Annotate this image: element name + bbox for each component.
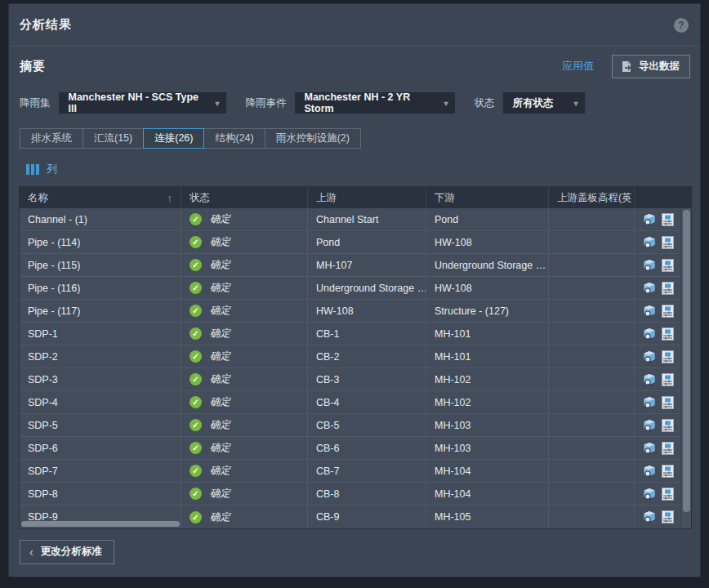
- properties-icon[interactable]: [662, 465, 674, 478]
- status-label: 确定: [210, 212, 230, 226]
- properties-icon[interactable]: [662, 259, 674, 272]
- properties-icon[interactable]: [662, 442, 674, 455]
- zoom-to-object-icon[interactable]: [643, 465, 657, 478]
- footer: ‹ 更改分析标准: [9, 529, 700, 564]
- help-icon[interactable]: ?: [674, 18, 689, 33]
- vertical-scrollbar[interactable]: [680, 208, 691, 528]
- export-data-button[interactable]: 导出数据: [612, 55, 690, 78]
- title-bar: 分析结果 ?: [9, 4, 700, 47]
- rainfall-event-dropdown[interactable]: Manchester NH - 2 YR Storm ▾: [295, 92, 455, 114]
- chevron-down-icon: ▾: [444, 99, 448, 108]
- status-ok-icon: ✓: [190, 259, 202, 271]
- column-header-name[interactable]: 名称 ↑: [20, 187, 181, 208]
- status-ok-icon: ✓: [190, 282, 202, 294]
- chevron-down-icon: ▾: [215, 99, 219, 108]
- table-row[interactable]: SDP-1 ✓ 确定 CB-1 MH-101: [20, 323, 691, 345]
- table-row[interactable]: SDP-5 ✓ 确定 CB-5 MH-103: [20, 414, 691, 437]
- properties-icon[interactable]: [662, 373, 674, 386]
- table-row[interactable]: SDP-7 ✓ 确定 CB-7 MH-104: [20, 460, 691, 483]
- rainfall-event-label: 降雨事件: [246, 96, 287, 110]
- table-row[interactable]: SDP-2 ✓ 确定 CB-2 MH-101: [20, 345, 691, 368]
- column-header-upstream[interactable]: 上游: [308, 187, 426, 208]
- properties-icon[interactable]: [662, 236, 674, 249]
- zoom-to-object-icon[interactable]: [643, 259, 657, 272]
- table-row[interactable]: SDP-6 ✓ 确定 CB-6 MH-103: [20, 437, 691, 460]
- zoom-to-object-icon[interactable]: [643, 213, 657, 226]
- status-ok-icon: ✓: [190, 396, 202, 408]
- table-row[interactable]: SDP-4 ✓ 确定 CB-4 MH-102: [20, 391, 691, 414]
- apply-values-link[interactable]: 应用值: [562, 59, 594, 74]
- properties-icon[interactable]: [662, 510, 674, 523]
- horizontal-scrollbar-thumb[interactable]: [21, 521, 180, 527]
- columns-button[interactable]: 列: [9, 152, 700, 185]
- change-analysis-criteria-button[interactable]: ‹ 更改分析标准: [20, 540, 114, 564]
- cell-status: ✓ 确定: [181, 231, 308, 253]
- cell-name: SDP-7: [20, 460, 181, 482]
- tab-drainage-system[interactable]: 排水系统: [20, 128, 83, 149]
- columns-button-label: 列: [47, 162, 57, 176]
- zoom-to-object-icon[interactable]: [643, 396, 657, 409]
- zoom-to-object-icon[interactable]: [643, 327, 657, 341]
- properties-icon[interactable]: [662, 282, 674, 295]
- table-row[interactable]: Pipe - (114) ✓ 确定 Pond HW-108: [20, 231, 691, 254]
- tab-structures[interactable]: 结构(24): [203, 128, 265, 149]
- cell-status: ✓ 确定: [181, 414, 308, 436]
- cell-actions: [635, 300, 681, 322]
- cell-downstream: MH-104: [426, 460, 549, 482]
- cell-status: ✓ 确定: [181, 345, 308, 368]
- zoom-to-object-icon[interactable]: [643, 373, 657, 386]
- table-row[interactable]: Channel - (1) ✓ 确定 Channel Start Pond: [20, 208, 691, 231]
- column-header-rim-elevation[interactable]: 上游盖板高程(英: [549, 187, 635, 208]
- table-row[interactable]: SDP-8 ✓ 确定 CB-8 MH-104: [20, 483, 691, 506]
- zoom-to-object-icon[interactable]: [643, 282, 657, 295]
- cell-upstream: CB-7: [308, 460, 426, 482]
- properties-icon[interactable]: [662, 419, 674, 432]
- cell-actions: [635, 254, 681, 276]
- properties-icon[interactable]: [662, 488, 674, 501]
- properties-icon[interactable]: [662, 396, 674, 409]
- properties-icon[interactable]: [662, 327, 674, 341]
- status-filter-value: 所有状态: [513, 96, 554, 110]
- table-row[interactable]: Pipe - (117) ✓ 确定 HW-108 Structure - (12…: [20, 300, 691, 323]
- cell-downstream: MH-101: [426, 323, 549, 345]
- status-label: 确定: [210, 235, 230, 249]
- vertical-scrollbar-thumb[interactable]: [683, 210, 690, 512]
- cell-name: Pipe - (116): [20, 277, 181, 299]
- status-ok-icon: ✓: [190, 236, 202, 248]
- cell-rim-elevation: [549, 437, 635, 459]
- tab-catchments[interactable]: 汇流(15): [82, 128, 144, 149]
- cell-actions: [635, 483, 681, 505]
- table-row[interactable]: Pipe - (115) ✓ 确定 MH-107 Underground Sto…: [20, 254, 691, 277]
- properties-icon[interactable]: [662, 305, 674, 318]
- rainfall-set-dropdown[interactable]: Manchester NH - SCS Type III ▾: [59, 92, 226, 114]
- zoom-to-object-icon[interactable]: [643, 510, 657, 523]
- table-row[interactable]: Pipe - (116) ✓ 确定 Underground Storage … …: [20, 277, 691, 300]
- zoom-to-object-icon[interactable]: [643, 442, 657, 455]
- status-dropdown[interactable]: 所有状态 ▾: [503, 92, 585, 114]
- cell-actions: [635, 414, 681, 436]
- zoom-to-object-icon[interactable]: [643, 305, 657, 318]
- status-ok-icon: ✓: [190, 350, 202, 363]
- zoom-to-object-icon[interactable]: [643, 488, 657, 501]
- sort-ascending-icon[interactable]: ↑: [167, 192, 173, 204]
- table-row[interactable]: SDP-3 ✓ 确定 CB-3 MH-102: [20, 368, 691, 391]
- cell-status: ✓ 确定: [181, 391, 308, 413]
- zoom-to-object-icon[interactable]: [643, 350, 657, 363]
- cell-status: ✓ 确定: [181, 208, 308, 230]
- properties-icon[interactable]: [662, 213, 674, 226]
- properties-icon[interactable]: [662, 350, 674, 363]
- cell-upstream: CB-9: [308, 506, 426, 528]
- cell-rim-elevation: [549, 391, 635, 413]
- column-header-downstream[interactable]: 下游: [426, 187, 549, 208]
- column-header-status[interactable]: 状态: [181, 187, 308, 208]
- table-header-row: 名称 ↑ 状态 上游 下游 上游盖板高程(英: [20, 187, 691, 208]
- zoom-to-object-icon[interactable]: [643, 419, 657, 432]
- cell-status: ✓ 确定: [181, 254, 308, 276]
- category-tabs: 排水系统 汇流(15) 连接(26) 结构(24) 雨水控制设施(2): [9, 120, 700, 152]
- status-ok-icon: ✓: [190, 327, 202, 340]
- back-button-label: 更改分析标准: [41, 545, 102, 559]
- tab-connections[interactable]: 连接(26): [143, 128, 204, 149]
- chevron-down-icon: ▾: [573, 99, 577, 108]
- zoom-to-object-icon[interactable]: [643, 236, 657, 249]
- tab-stormwater-controls[interactable]: 雨水控制设施(2): [265, 128, 361, 149]
